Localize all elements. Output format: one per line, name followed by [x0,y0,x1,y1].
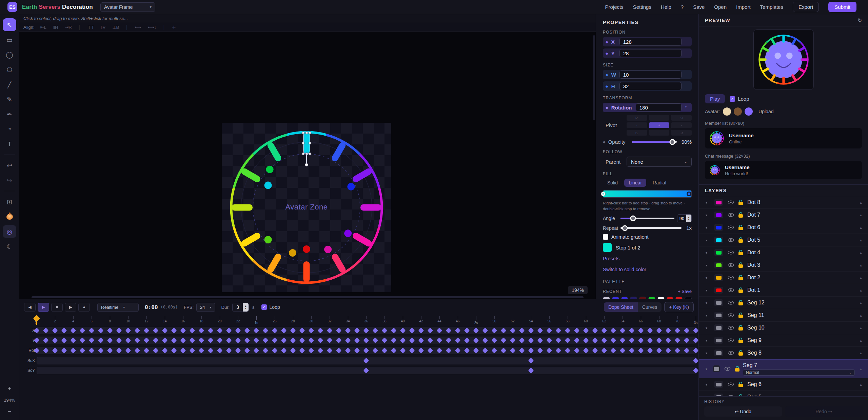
lock-icon[interactable] [738,200,743,205]
layer-color-chip[interactable] [714,337,723,344]
align-button[interactable]: ⟷ [132,25,143,30]
timeline-loop-checkbox[interactable]: ✓ [261,304,267,310]
duration-value[interactable]: 3 [233,303,243,312]
layer-color-chip[interactable] [714,349,723,356]
layer-row-seg-11[interactable]: ▾Seg 11▲ [699,309,868,322]
grid-tool-icon[interactable]: ⊞ [3,195,16,208]
palette-swatch[interactable] [630,297,637,299]
layer-move-up-icon[interactable]: ▲ [859,351,863,355]
editor-canvas[interactable]: Avatar Zone 194% [19,32,596,299]
duration-spinner[interactable]: 3 ▲▼ [232,303,249,312]
opacity-slider[interactable] [632,141,677,143]
next-frame-button[interactable]: ▶ [65,303,76,312]
record-button[interactable]: ● [78,303,90,312]
repeat-slider[interactable] [620,227,682,229]
play-button[interactable]: ▶ [38,303,49,312]
selection-handle[interactable] [309,142,311,144]
brush-tool-icon[interactable]: ✒ [3,108,16,121]
align-button[interactable]: ⊤T [85,25,96,30]
guides-tool-icon[interactable]: ◎ [3,225,16,238]
export-button[interactable]: Export [793,2,819,12]
palette-swatch[interactable] [685,297,692,299]
pivot-cell-5[interactable]: · [671,122,692,128]
polygon-tool-icon[interactable]: ⬠ [3,63,16,76]
layer-color-chip[interactable] [714,394,723,396]
lock-icon[interactable] [738,382,743,387]
selection-handle[interactable] [309,153,311,155]
text-tool-icon[interactable]: T [3,138,16,151]
nav-item-help[interactable]: Help [661,4,671,10]
avatar-swatch[interactable] [734,107,742,116]
blend-mode-select[interactable]: Normal⌄ [743,369,855,376]
layer-row-seg-10[interactable]: ▾Seg 10▲ [699,322,868,334]
layer-row-dot-8[interactable]: ▾Dot 8▲ [699,196,868,209]
angle-value[interactable]: 90 [677,215,686,222]
presets-link[interactable]: Presets [603,256,692,261]
slider-thumb[interactable] [630,216,636,221]
stop-button[interactable]: ■ [51,303,63,312]
layer-move-up-icon[interactable]: ▲ [859,326,863,330]
slider-thumb[interactable] [622,225,628,231]
lock-icon[interactable] [738,313,743,318]
pivot-cell-1[interactable]: · [649,115,670,121]
line-tool-icon[interactable]: ╱ [3,78,16,91]
lock-icon[interactable] [738,225,743,230]
layer-row-seg-9[interactable]: ▾Seg 9▲ [699,334,868,347]
layer-row-dot-6[interactable]: ▾Dot 6▲ [699,221,868,234]
layer-move-up-icon[interactable]: ▲ [859,263,863,267]
zoom-in-button[interactable]: + [8,385,12,392]
lock-icon[interactable] [738,262,743,268]
layer-color-chip[interactable] [714,274,723,281]
layer-move-up-icon[interactable]: ▲ [859,201,863,204]
lock-icon[interactable] [738,350,743,356]
layer-color-chip[interactable] [714,249,723,256]
layer-expand-caret-icon[interactable]: ▾ [706,383,710,386]
loop-checkbox[interactable]: ✓ [730,96,735,102]
keyframe-diamond-icon[interactable]: ◆ [606,84,608,88]
lock-icon[interactable] [738,338,743,343]
layer-expand-caret-icon[interactable]: ▾ [706,314,710,317]
lock-icon[interactable] [738,250,743,255]
layer-row-seg-5[interactable]: ▾Seg 5▲ [699,391,868,396]
nav-item-save[interactable]: Save [693,4,705,10]
selection-handle[interactable] [309,132,311,134]
layer-move-up-icon[interactable]: ▲ [859,367,863,371]
gradient-bar[interactable] [603,190,692,198]
visibility-eye-icon[interactable] [728,213,734,217]
upload-button[interactable]: Upload [758,109,773,114]
refresh-icon[interactable]: ↻ [857,17,862,23]
visibility-eye-icon[interactable] [728,251,734,255]
rotation-handle[interactable] [305,163,308,166]
palette-swatch[interactable] [648,297,655,299]
nav-item-settings[interactable]: Settings [633,4,651,10]
layer-color-chip[interactable] [714,312,723,319]
visibility-eye-icon[interactable] [728,338,734,342]
stop-color-swatch[interactable] [603,243,612,252]
layer-row-dot-4[interactable]: ▾Dot 4▲ [699,246,868,259]
avatar-swatch[interactable] [723,107,731,116]
lock-icon[interactable] [738,212,743,218]
layer-move-up-icon[interactable]: ▲ [859,288,863,292]
layer-move-up-icon[interactable]: ▲ [859,251,863,255]
lock-icon[interactable] [738,394,743,396]
palette-swatch[interactable] [667,297,674,299]
h-input[interactable]: 32 [619,82,682,90]
redo-tool-icon[interactable]: ↪ [3,174,16,187]
layer-row-seg-7[interactable]: ▾Seg 7Normal⌄▲ [699,359,868,378]
nav-item-projects[interactable]: Projects [605,4,624,10]
avatar-swatch[interactable] [745,107,753,116]
visibility-eye-icon[interactable] [728,200,734,204]
layer-expand-caret-icon[interactable]: ▾ [706,226,710,229]
undo-button[interactable]: ↩ Undo [704,406,782,417]
palette-swatch[interactable] [675,297,683,299]
layer-move-up-icon[interactable]: ▲ [859,276,863,280]
layer-move-up-icon[interactable]: ▲ [859,301,863,305]
canvas-vertical-scrollbar[interactable] [593,35,595,120]
rotation-input[interactable]: 180 [636,103,682,112]
layer-color-chip[interactable] [714,324,723,331]
keyframe-diamond-icon[interactable]: ◆ [603,140,606,144]
lock-icon[interactable] [738,287,743,293]
keyframe-diamond-icon[interactable]: ◆ [606,52,608,55]
lock-icon[interactable] [738,325,743,331]
selection-handle[interactable] [302,142,304,144]
